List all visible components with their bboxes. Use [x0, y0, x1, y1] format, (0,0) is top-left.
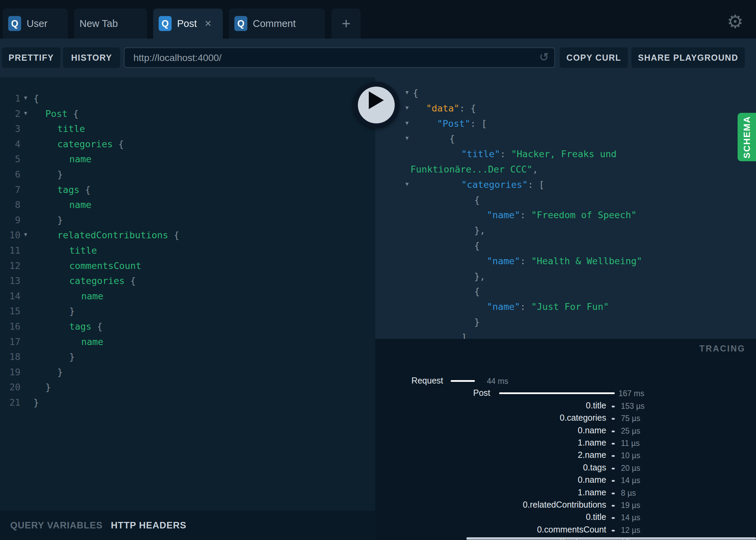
duration-dash [612, 505, 615, 507]
line-number: 18 [0, 349, 20, 365]
query-line[interactable]: 9} [0, 213, 375, 228]
line-number: 17 [0, 334, 20, 350]
line-number: 15 [0, 304, 20, 319]
tab-post-active[interactable]: Q Post ✕ [153, 9, 223, 39]
tracing-row: 0.title153 µs [375, 400, 756, 412]
query-badge-icon: Q [8, 16, 21, 31]
fold-arrow-icon[interactable]: ▾ [20, 227, 31, 242]
response-line: ▾"categories": [ [375, 177, 756, 193]
tracing-row-resolver: Post 167 ms [375, 387, 756, 400]
query-line[interactable]: 12commentsCount [0, 258, 375, 274]
toolbar: PRETTIFY HISTORY ↺ COPY CURL SHARE PLAYG… [0, 39, 756, 77]
reload-schema-icon[interactable]: ↺ [539, 50, 549, 64]
tracing-row: 0.commentsCount12 µs [375, 524, 756, 536]
play-icon [369, 91, 384, 109]
duration-dash [612, 431, 615, 432]
endpoint-url-input[interactable] [133, 48, 526, 68]
query-line[interactable]: 8name [0, 197, 375, 213]
collapse-arrow-icon[interactable]: ▾ [402, 116, 412, 131]
collapse-arrow-icon[interactable]: ▾ [402, 100, 412, 116]
line-number: 16 [0, 319, 20, 334]
line-number: 14 [0, 289, 20, 304]
duration-dash [612, 493, 615, 494]
line-number: 7 [0, 182, 20, 198]
tracing-row-request: Request 44 ms [375, 375, 756, 387]
schema-side-tab[interactable]: SCHEMA [738, 113, 756, 161]
query-line[interactable]: 10▾relatedContributions { [0, 228, 375, 243]
query-line[interactable]: 18} [0, 349, 375, 365]
query-line[interactable]: 1▾{ [0, 91, 375, 106]
response-line: ▾{ [375, 86, 756, 101]
http-headers-toggle[interactable]: HTTP HEADERS [111, 511, 187, 540]
response-pane: ▾{ ▾"data": { ▾"Post": [ ▾{ "title": "Ha… [375, 77, 756, 339]
tracing-row: 0.title14 µs [375, 511, 756, 524]
response-line: ▾"Post": [ [375, 116, 756, 132]
query-line[interactable]: 3title [0, 121, 375, 137]
query-line[interactable]: 14name [0, 289, 375, 304]
tab-comment[interactable]: Q Comment [229, 9, 325, 39]
duration-dash [612, 443, 615, 445]
query-line[interactable]: 13categories { [0, 273, 375, 289]
query-badge-icon: Q [159, 16, 172, 31]
response-line: "name": "Health & Wellbeing" [375, 254, 756, 269]
line-number: 1 [0, 91, 20, 106]
new-tab-button[interactable]: + [332, 9, 361, 39]
graphql-playground-window: Q User New Tab Q Post ✕ Q Comment + ⚙ PR… [0, 0, 756, 540]
query-line[interactable]: 20} [0, 380, 375, 395]
duration-dash [612, 530, 615, 531]
response-json: ▾{ ▾"data": { ▾"Post": [ ▾{ "title": "Ha… [375, 86, 756, 339]
execute-query-button[interactable] [353, 82, 399, 128]
tab-label: Comment [253, 18, 296, 29]
query-variables-toggle[interactable]: QUERY VARIABLES [10, 511, 103, 540]
query-editor-pane[interactable]: 1▾{ 2▾Post { 3title 4categories { 5name … [0, 77, 375, 511]
query-line[interactable]: 11title [0, 243, 375, 258]
query-line[interactable]: 2▾Post { [0, 106, 375, 122]
line-number: 2 [0, 106, 20, 122]
query-line[interactable]: 21} [0, 395, 375, 410]
line-number: 11 [0, 243, 20, 258]
line-number: 20 [0, 380, 20, 395]
collapse-arrow-icon[interactable]: ▾ [402, 85, 412, 100]
close-tab-icon[interactable]: ✕ [204, 19, 212, 28]
collapse-arrow-icon[interactable]: ▾ [402, 131, 412, 146]
response-line: } [375, 315, 756, 330]
share-playground-button[interactable]: SHARE PLAYGROUND [631, 47, 745, 68]
tab-label: Post [177, 18, 197, 29]
history-button[interactable]: HISTORY [63, 47, 120, 68]
response-line: ▾{ [375, 131, 756, 147]
tracing-title: TRACING [699, 344, 745, 354]
query-line[interactable]: 15} [0, 304, 375, 319]
tracing-row: 1.name8 µs [375, 487, 756, 499]
response-line: }, [375, 223, 756, 238]
query-badge-icon: Q [234, 16, 247, 31]
settings-gear-icon[interactable]: ⚙ [725, 12, 745, 31]
duration-dash [612, 406, 615, 407]
horizontal-scrollbar[interactable] [466, 537, 756, 540]
duration-bar [451, 380, 475, 382]
tracing-row: 0.categories75 µs [375, 412, 756, 424]
query-line[interactable]: 7tags { [0, 182, 375, 198]
line-number: 12 [0, 258, 20, 274]
collapse-arrow-icon[interactable]: ▾ [402, 177, 412, 192]
tab-user[interactable]: Q User [3, 9, 68, 39]
duration-dash [612, 455, 615, 457]
copy-curl-button[interactable]: COPY CURL [560, 47, 628, 68]
plus-icon: + [342, 16, 351, 31]
query-line[interactable]: 17name [0, 334, 375, 350]
tracing-row: 2.name10 µs [375, 449, 756, 462]
query-line[interactable]: 16tags { [0, 319, 375, 334]
tab-label: New Tab [79, 18, 118, 29]
query-line[interactable]: 4categories { [0, 137, 375, 152]
query-line[interactable]: 5name [0, 152, 375, 167]
duration-dash [612, 517, 615, 519]
query-line[interactable]: 19} [0, 365, 375, 380]
response-line: ] [375, 330, 756, 339]
tab-new-tab[interactable]: New Tab [74, 9, 147, 39]
prettify-button[interactable]: PRETTIFY [2, 47, 60, 68]
response-line: { [375, 284, 756, 299]
fold-arrow-icon[interactable]: ▾ [20, 90, 31, 106]
fold-arrow-icon[interactable]: ▾ [20, 106, 31, 121]
response-line: ▾"data": { [375, 101, 756, 116]
response-line: Funktionäre...Der CCC", [375, 162, 756, 177]
query-line[interactable]: 6} [0, 167, 375, 182]
